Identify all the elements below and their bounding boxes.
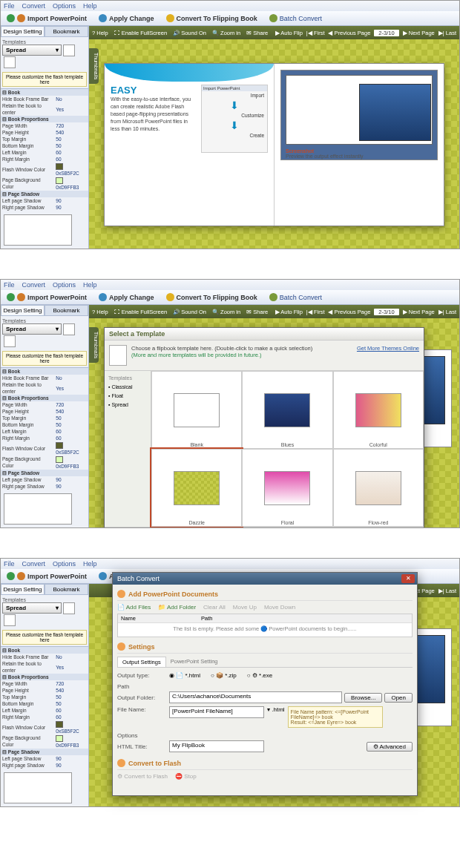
ctrl-first[interactable]: |◀ First: [306, 30, 325, 36]
ctrl-share[interactable]: ✉ Share: [246, 30, 268, 36]
cat-classical[interactable]: ▪ Classical: [108, 383, 148, 391]
dialog-title: Select a Template: [105, 328, 424, 341]
ctrl-last[interactable]: ▶| Last: [438, 30, 456, 36]
tab-bookmark[interactable]: Bookmark: [45, 26, 88, 37]
ctrl-autoflip[interactable]: ▶ Auto Flip: [275, 30, 303, 36]
tab-design[interactable]: Design Setting: [1, 26, 45, 37]
template-dropdown[interactable]: Spread: [2, 45, 62, 56]
menu-convert[interactable]: Convert: [22, 2, 46, 10]
import-button[interactable]: Import PowerPoint: [4, 13, 90, 23]
page-thumbnail[interactable]: [4, 214, 72, 246]
batch-button[interactable]: Batch Convert: [266, 13, 325, 23]
stop-button[interactable]: ⛔ Stop: [175, 773, 197, 780]
template-save-icon[interactable]: [4, 56, 16, 68]
thumbnails-tab[interactable]: Thumbnails: [89, 48, 99, 84]
menu-options[interactable]: Options: [53, 2, 76, 10]
batch-dialog: Batch Convert✕ Add PowerPoint Documents …: [112, 572, 418, 796]
add-files-button[interactable]: 📄 Add Files: [117, 604, 151, 611]
menu-file[interactable]: File: [4, 2, 15, 10]
convert-heading: Convert to Flash: [117, 757, 413, 770]
tab-ppt-setting[interactable]: PowerPoint Setting: [166, 657, 223, 667]
clear-all-button[interactable]: Clear All: [203, 604, 226, 611]
ctrl-sound[interactable]: 🔊 Sound On: [173, 30, 206, 36]
move-down-button[interactable]: Move Down: [264, 604, 295, 611]
advanced-button[interactable]: ⚙ Advanced: [367, 742, 413, 752]
batch-title: Batch Convert✕: [113, 573, 417, 585]
ctrl-help[interactable]: ? Help: [92, 30, 108, 36]
convert-flash-button[interactable]: ⚙ Convert to Flash: [117, 773, 168, 780]
page-heading: EASY: [111, 85, 201, 96]
template-dialog: Select a Template Choose a flipbook temp…: [104, 327, 424, 527]
page-text: With the easy-to-use interface, you can …: [111, 96, 201, 133]
move-up-button[interactable]: Move Up: [233, 604, 257, 611]
ctrl-prev[interactable]: ◀ Previous Page: [328, 30, 370, 36]
template-preview-icon: [109, 345, 127, 366]
radio-exe[interactable]: ○ ⚙ *.exe: [247, 672, 273, 679]
ctrl-fullscreen[interactable]: ⛶ Enable FullScreen: [114, 30, 167, 36]
add-folder-button[interactable]: 📁 Add Folder: [158, 604, 196, 611]
menu-help[interactable]: Help: [83, 2, 97, 10]
templates-label: Templates: [2, 39, 87, 45]
convert-button[interactable]: Convert To Flipping Book: [163, 13, 260, 23]
add-docs-heading: Add PowerPoint Documents: [117, 588, 413, 601]
output-folder-input[interactable]: C:\Users\achance\Documents: [169, 691, 342, 703]
open-button[interactable]: Open: [384, 693, 413, 703]
more-themes-link[interactable]: Get More Themes Online: [357, 345, 419, 352]
tpl-flowred[interactable]: Flow-red: [333, 449, 424, 527]
browse-button[interactable]: Browse...: [344, 693, 382, 703]
filename-input[interactable]: [PowerPoint FileName]: [169, 706, 264, 718]
tpl-floral[interactable]: Floral: [242, 449, 332, 527]
radio-zip[interactable]: ○ 📦 *.zip: [211, 672, 237, 679]
apply-button[interactable]: Apply Change: [96, 13, 157, 23]
tpl-blues[interactable]: Blues: [242, 371, 332, 449]
template-refresh-icon[interactable]: [63, 45, 75, 56]
templates-heading: Templates: [108, 374, 148, 382]
customize-note: Please customize the flash template here: [2, 72, 87, 87]
radio-html[interactable]: ◉ 📄 *.html: [169, 672, 200, 679]
tpl-colorful[interactable]: Colorful: [333, 371, 424, 449]
filename-hint: File Name pattern: <=[PowerPoint FileNam…: [288, 706, 383, 728]
cat-spread[interactable]: ▪ Spread: [108, 401, 148, 409]
tpl-blank[interactable]: Blank: [151, 371, 242, 449]
ctrl-zoom[interactable]: 🔍 Zoom in: [212, 30, 240, 36]
ctrl-next[interactable]: ▶ Next Page: [403, 30, 435, 36]
tab-output-settings[interactable]: Output Settings: [117, 657, 166, 667]
tpl-dazzle[interactable]: Dazzle: [151, 449, 242, 527]
settings-heading: Settings: [117, 640, 413, 654]
close-icon[interactable]: ✕: [401, 574, 415, 583]
html-title-input[interactable]: My FlipBook: [169, 740, 264, 752]
page-number[interactable]: 2-3/10: [374, 30, 398, 36]
cat-float[interactable]: ▪ Float: [108, 392, 148, 400]
